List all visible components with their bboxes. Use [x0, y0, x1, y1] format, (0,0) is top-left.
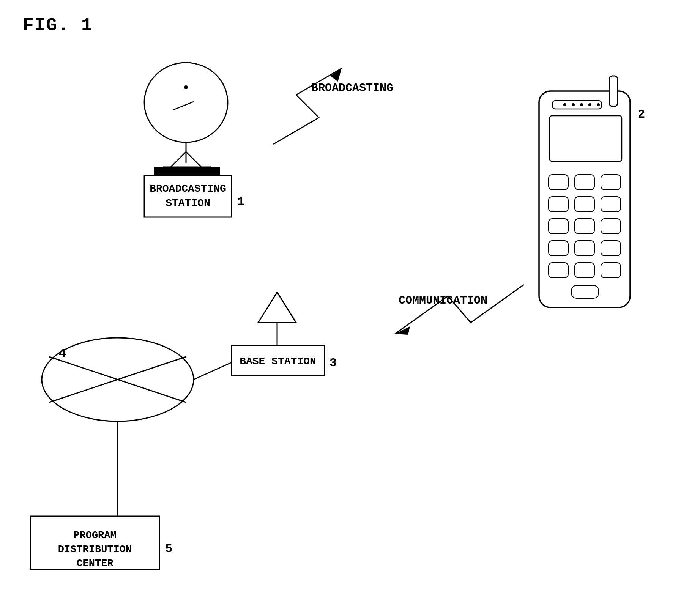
svg-point-2: [184, 85, 188, 89]
svg-rect-34: [601, 241, 621, 256]
svg-point-21: [597, 103, 600, 106]
svg-text:5: 5: [165, 542, 172, 556]
svg-text:BROADCASTING: BROADCASTING: [311, 82, 393, 95]
svg-rect-15: [609, 76, 618, 106]
svg-point-18: [572, 103, 575, 106]
svg-text:PROGRAM: PROGRAM: [73, 530, 116, 541]
svg-marker-45: [395, 326, 410, 335]
svg-rect-28: [601, 197, 621, 212]
figure-title: FIG. 1: [23, 15, 93, 36]
svg-rect-7: [154, 167, 220, 175]
svg-line-1: [173, 102, 194, 110]
svg-line-49: [49, 357, 186, 402]
svg-text:STATION: STATION: [166, 197, 210, 209]
svg-point-20: [588, 103, 591, 106]
svg-text:BROADCASTING: BROADCASTING: [150, 183, 226, 195]
svg-text:2: 2: [638, 107, 645, 121]
svg-rect-27: [575, 197, 594, 212]
svg-rect-38: [571, 285, 599, 298]
svg-line-4: [171, 152, 186, 167]
svg-marker-40: [258, 292, 296, 323]
svg-text:CENTER: CENTER: [76, 558, 114, 569]
svg-text:3: 3: [330, 356, 337, 370]
svg-rect-30: [575, 219, 594, 234]
svg-rect-31: [601, 219, 621, 234]
svg-text:DISTRIBUTION: DISTRIBUTION: [58, 544, 132, 555]
svg-point-19: [580, 103, 583, 106]
svg-line-51: [194, 362, 232, 380]
svg-rect-14: [539, 91, 630, 307]
svg-line-5: [186, 152, 201, 167]
svg-point-17: [563, 103, 566, 106]
svg-rect-42: [232, 345, 325, 376]
svg-rect-35: [549, 263, 568, 278]
svg-rect-16: [552, 101, 602, 109]
svg-text:BASE STATION: BASE STATION: [240, 356, 316, 367]
svg-rect-24: [575, 175, 594, 190]
svg-point-0: [144, 63, 228, 142]
svg-rect-26: [549, 197, 568, 212]
svg-text:4: 4: [59, 347, 66, 361]
svg-marker-12: [330, 68, 342, 82]
svg-rect-22: [550, 116, 622, 161]
svg-text:COMMUNICATION: COMMUNICATION: [399, 294, 487, 307]
svg-rect-29: [549, 219, 568, 234]
svg-text:1: 1: [237, 195, 244, 209]
svg-rect-25: [601, 175, 621, 190]
svg-line-48: [49, 357, 186, 402]
svg-rect-32: [549, 241, 568, 256]
svg-point-47: [42, 338, 194, 421]
svg-rect-53: [30, 516, 159, 569]
svg-rect-36: [575, 263, 594, 278]
svg-rect-8: [144, 175, 232, 217]
svg-rect-37: [601, 263, 621, 278]
svg-rect-23: [549, 175, 568, 190]
svg-rect-33: [575, 241, 594, 256]
